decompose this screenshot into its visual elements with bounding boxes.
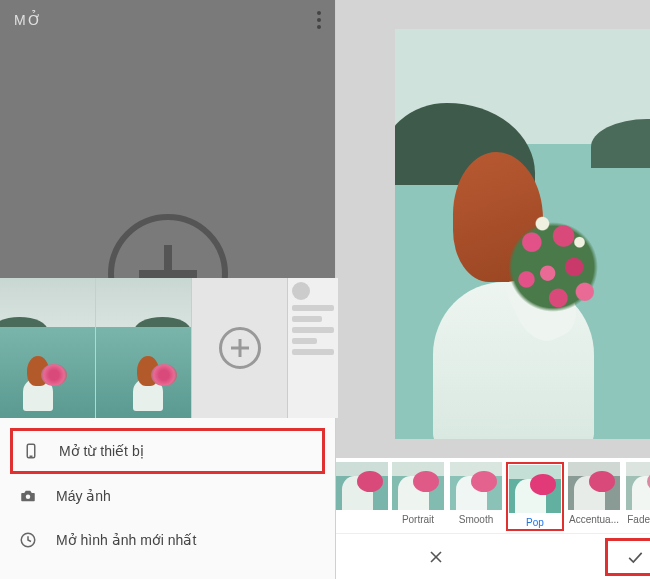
recent-thumb[interactable]: [0, 278, 95, 418]
filter-edge[interactable]: [336, 462, 388, 514]
filter-thumb: [568, 462, 620, 510]
menu-camera[interactable]: Máy ảnh: [0, 474, 335, 518]
open-title: MỞ: [14, 12, 43, 28]
close-icon: [426, 547, 446, 567]
confirm-button[interactable]: [605, 538, 651, 576]
filter-accentuate[interactable]: Accentua...: [566, 462, 622, 525]
filter-pop[interactable]: Pop: [506, 462, 564, 531]
filter-thumb: [336, 462, 388, 510]
filter-thumb: [626, 462, 650, 510]
menu-label: Mở từ thiết bị: [59, 443, 144, 459]
edited-photo[interactable]: [395, 29, 650, 439]
open-menu: Mở từ thiết bị Máy ảnh Mở hình ảnh mới n…: [0, 418, 335, 579]
filter-label: Pop: [526, 517, 544, 528]
filter-faded[interactable]: Faded Gl...: [624, 462, 650, 525]
more-icon[interactable]: [317, 11, 321, 29]
device-icon: [21, 441, 41, 461]
recent-thumb[interactable]: [96, 278, 191, 418]
editor-panel: PortraitSmoothPopAccentua...Faded Gl...M: [336, 0, 650, 579]
cancel-button[interactable]: [406, 538, 466, 576]
open-header: MỞ: [0, 0, 335, 40]
editor-action-bar: [336, 533, 650, 579]
filter-thumb: [392, 462, 444, 510]
open-backdrop: MỞ: [0, 0, 335, 278]
filter-label: Accentua...: [569, 514, 619, 525]
recent-thumb[interactable]: [288, 278, 338, 418]
filter-label: Smooth: [459, 514, 493, 525]
camera-icon: [18, 486, 38, 506]
recent-thumb[interactable]: [192, 278, 287, 418]
filter-smooth[interactable]: Smooth: [448, 462, 504, 525]
check-icon: [625, 547, 645, 567]
filter-thumb: [509, 465, 561, 513]
editor-canvas: [336, 0, 650, 458]
recent-thumbnails: [0, 278, 335, 418]
filter-label: Faded Gl...: [627, 514, 650, 525]
menu-open-recent[interactable]: Mở hình ảnh mới nhất: [0, 518, 335, 562]
menu-open-from-device[interactable]: Mở từ thiết bị: [10, 428, 325, 474]
clock-icon: [18, 530, 38, 550]
menu-label: Mở hình ảnh mới nhất: [56, 532, 196, 548]
filter-portrait[interactable]: Portrait: [390, 462, 446, 525]
menu-label: Máy ảnh: [56, 488, 111, 504]
filter-strip[interactable]: PortraitSmoothPopAccentua...Faded Gl...M: [336, 458, 650, 533]
plus-circle-icon: [219, 327, 261, 369]
filter-thumb: [450, 462, 502, 510]
open-panel: MỞ: [0, 0, 336, 579]
svg-point-2: [26, 495, 31, 500]
filter-label: Portrait: [402, 514, 434, 525]
